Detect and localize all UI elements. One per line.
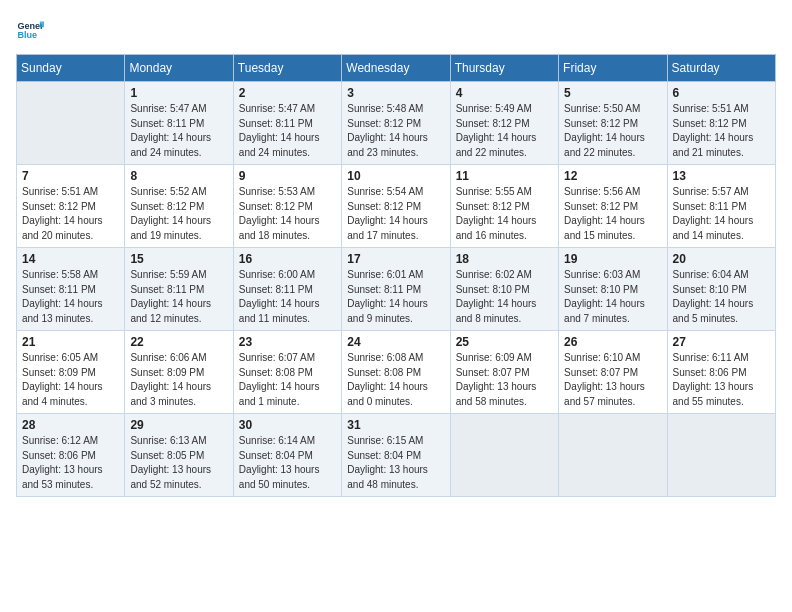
day-info: Sunrise: 5:58 AM Sunset: 8:11 PM Dayligh… (22, 268, 119, 326)
calendar-cell: 15Sunrise: 5:59 AM Sunset: 8:11 PM Dayli… (125, 248, 233, 331)
calendar-cell: 24Sunrise: 6:08 AM Sunset: 8:08 PM Dayli… (342, 331, 450, 414)
day-info: Sunrise: 6:01 AM Sunset: 8:11 PM Dayligh… (347, 268, 444, 326)
calendar-cell: 18Sunrise: 6:02 AM Sunset: 8:10 PM Dayli… (450, 248, 558, 331)
calendar-cell: 13Sunrise: 5:57 AM Sunset: 8:11 PM Dayli… (667, 165, 775, 248)
day-info: Sunrise: 5:56 AM Sunset: 8:12 PM Dayligh… (564, 185, 661, 243)
day-number: 20 (673, 252, 770, 266)
day-info: Sunrise: 6:02 AM Sunset: 8:10 PM Dayligh… (456, 268, 553, 326)
day-number: 4 (456, 86, 553, 100)
calendar-cell: 23Sunrise: 6:07 AM Sunset: 8:08 PM Dayli… (233, 331, 341, 414)
calendar-cell: 29Sunrise: 6:13 AM Sunset: 8:05 PM Dayli… (125, 414, 233, 497)
logo-icon: General Blue (16, 16, 44, 44)
day-info: Sunrise: 6:08 AM Sunset: 8:08 PM Dayligh… (347, 351, 444, 409)
calendar-cell: 25Sunrise: 6:09 AM Sunset: 8:07 PM Dayli… (450, 331, 558, 414)
calendar-cell: 2Sunrise: 5:47 AM Sunset: 8:11 PM Daylig… (233, 82, 341, 165)
day-number: 17 (347, 252, 444, 266)
logo: General Blue (16, 16, 48, 44)
day-number: 8 (130, 169, 227, 183)
day-info: Sunrise: 6:15 AM Sunset: 8:04 PM Dayligh… (347, 434, 444, 492)
day-number: 25 (456, 335, 553, 349)
day-number: 12 (564, 169, 661, 183)
day-number: 18 (456, 252, 553, 266)
day-number: 13 (673, 169, 770, 183)
day-number: 22 (130, 335, 227, 349)
day-number: 29 (130, 418, 227, 432)
day-info: Sunrise: 6:10 AM Sunset: 8:07 PM Dayligh… (564, 351, 661, 409)
calendar-cell (450, 414, 558, 497)
calendar-week-row: 14Sunrise: 5:58 AM Sunset: 8:11 PM Dayli… (17, 248, 776, 331)
calendar-cell: 11Sunrise: 5:55 AM Sunset: 8:12 PM Dayli… (450, 165, 558, 248)
day-number: 7 (22, 169, 119, 183)
svg-text:Blue: Blue (17, 30, 37, 40)
day-number: 19 (564, 252, 661, 266)
day-number: 28 (22, 418, 119, 432)
day-number: 23 (239, 335, 336, 349)
day-info: Sunrise: 6:13 AM Sunset: 8:05 PM Dayligh… (130, 434, 227, 492)
day-info: Sunrise: 6:07 AM Sunset: 8:08 PM Dayligh… (239, 351, 336, 409)
day-number: 16 (239, 252, 336, 266)
day-info: Sunrise: 5:59 AM Sunset: 8:11 PM Dayligh… (130, 268, 227, 326)
day-info: Sunrise: 6:11 AM Sunset: 8:06 PM Dayligh… (673, 351, 770, 409)
calendar-cell: 4Sunrise: 5:49 AM Sunset: 8:12 PM Daylig… (450, 82, 558, 165)
calendar-cell: 9Sunrise: 5:53 AM Sunset: 8:12 PM Daylig… (233, 165, 341, 248)
day-number: 2 (239, 86, 336, 100)
calendar-cell: 6Sunrise: 5:51 AM Sunset: 8:12 PM Daylig… (667, 82, 775, 165)
day-number: 21 (22, 335, 119, 349)
calendar-cell: 8Sunrise: 5:52 AM Sunset: 8:12 PM Daylig… (125, 165, 233, 248)
day-info: Sunrise: 6:09 AM Sunset: 8:07 PM Dayligh… (456, 351, 553, 409)
day-number: 11 (456, 169, 553, 183)
day-number: 30 (239, 418, 336, 432)
day-info: Sunrise: 5:49 AM Sunset: 8:12 PM Dayligh… (456, 102, 553, 160)
calendar-cell: 20Sunrise: 6:04 AM Sunset: 8:10 PM Dayli… (667, 248, 775, 331)
calendar-cell: 5Sunrise: 5:50 AM Sunset: 8:12 PM Daylig… (559, 82, 667, 165)
calendar-cell (667, 414, 775, 497)
calendar-cell: 7Sunrise: 5:51 AM Sunset: 8:12 PM Daylig… (17, 165, 125, 248)
calendar-cell: 16Sunrise: 6:00 AM Sunset: 8:11 PM Dayli… (233, 248, 341, 331)
day-info: Sunrise: 5:47 AM Sunset: 8:11 PM Dayligh… (239, 102, 336, 160)
day-info: Sunrise: 6:03 AM Sunset: 8:10 PM Dayligh… (564, 268, 661, 326)
calendar-cell: 10Sunrise: 5:54 AM Sunset: 8:12 PM Dayli… (342, 165, 450, 248)
day-number: 27 (673, 335, 770, 349)
day-info: Sunrise: 5:54 AM Sunset: 8:12 PM Dayligh… (347, 185, 444, 243)
day-number: 9 (239, 169, 336, 183)
header-tuesday: Tuesday (233, 55, 341, 82)
day-number: 15 (130, 252, 227, 266)
day-info: Sunrise: 5:48 AM Sunset: 8:12 PM Dayligh… (347, 102, 444, 160)
calendar-table: SundayMondayTuesdayWednesdayThursdayFrid… (16, 54, 776, 497)
day-number: 5 (564, 86, 661, 100)
calendar-cell: 31Sunrise: 6:15 AM Sunset: 8:04 PM Dayli… (342, 414, 450, 497)
calendar-cell: 21Sunrise: 6:05 AM Sunset: 8:09 PM Dayli… (17, 331, 125, 414)
header-wednesday: Wednesday (342, 55, 450, 82)
calendar-cell: 3Sunrise: 5:48 AM Sunset: 8:12 PM Daylig… (342, 82, 450, 165)
calendar-cell (559, 414, 667, 497)
day-info: Sunrise: 6:04 AM Sunset: 8:10 PM Dayligh… (673, 268, 770, 326)
page-header: General Blue (16, 16, 776, 44)
header-saturday: Saturday (667, 55, 775, 82)
day-info: Sunrise: 6:05 AM Sunset: 8:09 PM Dayligh… (22, 351, 119, 409)
calendar-cell: 12Sunrise: 5:56 AM Sunset: 8:12 PM Dayli… (559, 165, 667, 248)
calendar-cell: 26Sunrise: 6:10 AM Sunset: 8:07 PM Dayli… (559, 331, 667, 414)
calendar-week-row: 7Sunrise: 5:51 AM Sunset: 8:12 PM Daylig… (17, 165, 776, 248)
day-number: 3 (347, 86, 444, 100)
day-number: 1 (130, 86, 227, 100)
day-info: Sunrise: 5:55 AM Sunset: 8:12 PM Dayligh… (456, 185, 553, 243)
day-info: Sunrise: 5:51 AM Sunset: 8:12 PM Dayligh… (22, 185, 119, 243)
day-info: Sunrise: 6:00 AM Sunset: 8:11 PM Dayligh… (239, 268, 336, 326)
header-monday: Monday (125, 55, 233, 82)
calendar-cell: 19Sunrise: 6:03 AM Sunset: 8:10 PM Dayli… (559, 248, 667, 331)
calendar-week-row: 28Sunrise: 6:12 AM Sunset: 8:06 PM Dayli… (17, 414, 776, 497)
day-info: Sunrise: 5:50 AM Sunset: 8:12 PM Dayligh… (564, 102, 661, 160)
header-thursday: Thursday (450, 55, 558, 82)
calendar-cell: 14Sunrise: 5:58 AM Sunset: 8:11 PM Dayli… (17, 248, 125, 331)
calendar-cell: 17Sunrise: 6:01 AM Sunset: 8:11 PM Dayli… (342, 248, 450, 331)
calendar-cell: 28Sunrise: 6:12 AM Sunset: 8:06 PM Dayli… (17, 414, 125, 497)
day-number: 26 (564, 335, 661, 349)
header-friday: Friday (559, 55, 667, 82)
day-number: 31 (347, 418, 444, 432)
day-info: Sunrise: 5:53 AM Sunset: 8:12 PM Dayligh… (239, 185, 336, 243)
calendar-cell: 1Sunrise: 5:47 AM Sunset: 8:11 PM Daylig… (125, 82, 233, 165)
day-info: Sunrise: 5:57 AM Sunset: 8:11 PM Dayligh… (673, 185, 770, 243)
day-number: 6 (673, 86, 770, 100)
day-number: 14 (22, 252, 119, 266)
day-info: Sunrise: 5:51 AM Sunset: 8:12 PM Dayligh… (673, 102, 770, 160)
